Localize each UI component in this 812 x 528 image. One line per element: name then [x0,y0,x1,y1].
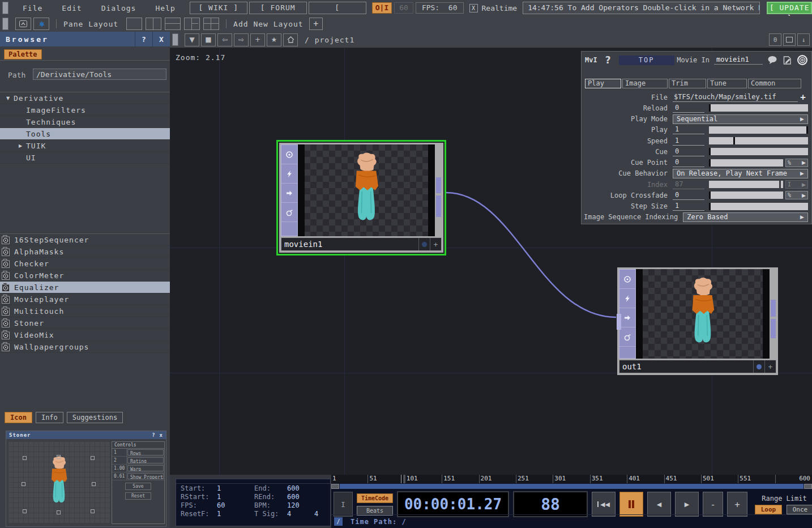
preview-control-label[interactable]: Rows [127,449,164,455]
parameter-help-button[interactable]: ? [605,54,611,66]
comment-bubble-icon[interactable] [767,56,777,65]
menu-dialogs[interactable]: Dialogs [92,4,146,12]
preview-control-value[interactable]: 2 [112,457,127,464]
tree-item-techniques[interactable]: Techniques [0,116,170,128]
preview-titlebar[interactable]: Stoner ? x [6,431,166,439]
playhead-marker[interactable] [401,475,404,483]
fps-field[interactable]: FPS: 60 [416,2,464,14]
tree-item-imagefilters[interactable]: ImageFilters [0,104,170,116]
settings-value[interactable]: 4 [287,510,314,518]
preview-viewport[interactable] [8,441,110,523]
step-back-button[interactable]: ◀ [647,492,671,517]
palette-item-stoner[interactable]: Stoner [0,317,170,329]
slider-handle-icon[interactable] [709,148,711,155]
param-value-field[interactable]: 0 [673,191,704,200]
range-fill[interactable] [340,484,804,489]
param-slider[interactable] [709,137,808,144]
layout-single-button[interactable] [126,18,142,30]
export-flag-icon[interactable] [281,184,297,203]
selection-handle[interactable] [91,509,95,513]
bypass-flag-icon[interactable] [281,164,297,184]
unit-menu[interactable]: %▶ [785,191,808,199]
viewer-flag-icon[interactable] [619,270,635,289]
settings-value[interactable]: 600 [287,493,314,501]
add-layout-button[interactable]: + [309,18,323,30]
settings-value[interactable]: 60 [217,501,254,509]
preview-control-value[interactable]: 0.61 [112,472,127,480]
param-tab-image[interactable]: Image [622,79,668,88]
browser-help-button[interactable]: ? [135,32,152,46]
input-connector[interactable] [617,314,621,330]
preview-help-button[interactable]: ? [152,432,155,438]
param-tab-play[interactable]: Play [585,79,621,88]
selection-handle[interactable] [22,482,25,486]
breadcrumb[interactable]: / project1 [305,36,354,44]
maximize-button[interactable] [783,33,796,46]
viewer-flag-icon[interactable] [281,145,297,164]
tree-item-derivative[interactable]: ▼Derivative [0,92,170,104]
param-slider[interactable] [709,104,808,112]
browser-titlebar[interactable]: Browser ? X [0,32,170,46]
link-wiki-button[interactable]: [ WIKI ] [190,2,247,14]
param-slider[interactable] [709,203,808,210]
collapse-pane-button[interactable]: ↓ [797,33,810,46]
slider-handle-icon[interactable] [733,137,735,144]
operator-name-field[interactable]: moviein1 [714,56,763,65]
settings-value[interactable]: 1 [217,510,254,518]
tab-icon[interactable]: Icon [5,412,32,423]
skip-to-start-button[interactable]: ◀◀ [592,492,616,517]
settings-value[interactable]: 600 [287,484,314,492]
preview-reset-button[interactable]: Reset [125,492,151,500]
expand-pane-button[interactable] [15,18,31,30]
palette-item-movieplayer[interactable]: Movieplayer [0,293,170,305]
range-end-handle[interactable] [804,484,812,489]
slider-handle-icon[interactable] [709,104,711,112]
selection-handle[interactable] [57,455,61,459]
tree-item-tools[interactable]: Tools [0,128,170,140]
palette-item-checker[interactable]: Checker [0,258,170,270]
window-grip[interactable] [2,2,8,14]
bullseye-icon[interactable] [797,54,808,66]
param-menu[interactable]: Zero Based▶ [683,212,808,222]
param-slider[interactable] [709,191,783,199]
output-connector[interactable] [771,319,776,338]
tree-item-tuik[interactable]: ▶TUIK [0,140,170,152]
layout-two-columns-button[interactable] [146,18,161,30]
param-slider[interactable] [709,181,783,188]
node-expand-button[interactable]: + [430,238,441,250]
selection-handle[interactable] [92,482,96,486]
lock-flag-icon[interactable] [619,327,635,347]
stop-button[interactable]: ■ [201,33,216,46]
tree-down-arrow-icon[interactable]: ▼ [2,96,14,101]
settings-value[interactable]: 1 [217,484,254,492]
selection-handle[interactable] [23,456,27,460]
param-value-field[interactable]: 87 [673,180,704,189]
preview-close-button[interactable]: x [160,432,163,438]
copy-parameters-icon[interactable] [782,56,792,65]
param-menu[interactable]: Sequential▶ [673,114,808,124]
toolbar-grip[interactable] [2,18,8,30]
node-expand-button[interactable]: + [764,360,776,373]
range-start-handle[interactable] [331,484,339,489]
selection-handle[interactable] [91,456,95,460]
decrement-button[interactable]: - [703,492,723,517]
preview-control-label[interactable]: Show Properties [127,473,164,479]
param-value-field[interactable]: 1 [673,202,704,211]
time-path-button[interactable]: / [334,517,343,526]
param-value-field[interactable]: 0 [673,158,704,167]
timecode-tab[interactable]: TimeCode [357,493,393,503]
timeline-range-bar[interactable] [331,484,812,489]
node-moviein1[interactable]: moviein1 + [276,140,446,256]
update-button[interactable]: [ UPDATE ] [767,2,812,14]
slider-handle-icon[interactable] [709,191,711,199]
palette-item-videomix[interactable]: VideoMix [0,329,170,341]
selection-handle[interactable] [57,510,61,514]
settings-value[interactable]: 120 [287,501,314,509]
palette-item-16stepsequencer[interactable]: 16StepSequencer [0,234,170,246]
node-viewer-toggle[interactable] [753,360,764,373]
node-viewer-out1[interactable] [636,269,770,359]
node-viewer-toggle[interactable] [418,238,430,250]
back-button[interactable]: ⇦ [217,33,232,46]
layout-two-rows-button[interactable] [165,18,181,30]
preview-control-value[interactable]: 1 [112,449,127,456]
